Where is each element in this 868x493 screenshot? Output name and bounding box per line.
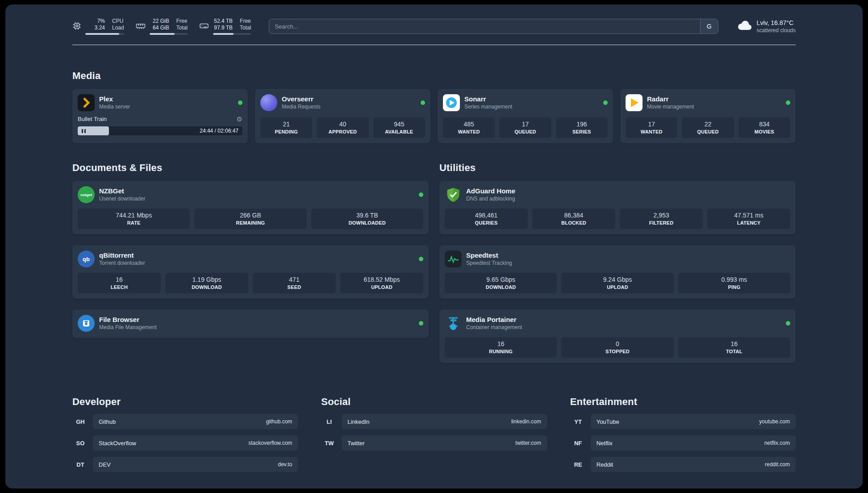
stat-tile: 196 SERIES <box>556 117 608 138</box>
playback-progress-bar[interactable]: 24:44 / 02:06:47 <box>78 126 242 135</box>
stat-tile: 744.21 Mbps RATE <box>78 209 190 229</box>
adguard-icon <box>445 186 462 203</box>
bookmark-name: LinkedIn <box>347 418 369 425</box>
playback-time: 24:44 / 02:06:47 <box>200 128 238 134</box>
app-card-portainer[interactable]: Media Portainer Container management 16 … <box>439 309 796 363</box>
ram-label-bottom: Total <box>176 25 188 31</box>
app-card-plex[interactable]: Plex Media server Bullet Train ⚙ 24:44 <box>72 89 248 143</box>
bookmark-url: twitter.com <box>515 440 541 446</box>
stat-label: LATENCY <box>709 220 789 226</box>
bookmark-abbr: SO <box>72 440 88 447</box>
search-engine-button[interactable]: G <box>700 19 718 33</box>
stat-label: RATE <box>79 220 188 226</box>
playback-progress-fill <box>78 126 109 135</box>
status-dot <box>419 321 423 326</box>
stat-label: AVAILABLE <box>375 129 423 134</box>
bookmark-youtube[interactable]: YT YouTube youtube.com <box>570 414 796 429</box>
stat-value: 17 <box>501 121 549 128</box>
pause-icon[interactable] <box>82 129 86 133</box>
stat-label: MOVIES <box>740 129 789 134</box>
disk-widget: 52.4 TB Free 97.9 TB Total <box>199 18 251 35</box>
stat-value: 9.24 Gbps <box>563 276 672 283</box>
status-dot <box>419 192 423 197</box>
bookmark-dev[interactable]: DT DEV dev.to <box>72 457 298 472</box>
app-name: Sonarr <box>464 96 512 103</box>
app-card-qbittorrent[interactable]: qb qBittorrent Torrent downloader 16 LEE… <box>72 245 429 299</box>
gear-icon[interactable]: ⚙ <box>237 116 242 122</box>
stat-value: 266 GB <box>196 212 305 219</box>
bookmark-stackoverflow[interactable]: SO StackOverflow stackoverflow.com <box>72 435 298 451</box>
stat-value: 17 <box>627 121 676 128</box>
status-dot <box>419 257 423 261</box>
cpu-load: 3.24 <box>85 25 105 31</box>
app-subtitle: Speedtest Tracking <box>466 260 512 266</box>
app-card-adguard[interactable]: AdGuard Home DNS and adblocking 498,461 … <box>439 181 796 234</box>
bookmark-linkedin[interactable]: LI LinkedIn linkedin.com <box>321 414 547 429</box>
stat-label: FILTERED <box>622 220 701 226</box>
section-title-documents: Documents & Files <box>72 162 429 174</box>
section-title-utilities: Utilities <box>439 162 796 174</box>
topbar: 7% CPU 3.24 Load 22 <box>72 16 796 37</box>
bookmark-name: Twitter <box>347 440 364 447</box>
weather-widget[interactable]: Lviv, 16.87°C scattered clouds <box>736 19 796 33</box>
topbar-divider <box>72 45 796 45</box>
stat-tile: 16 TOTAL <box>678 337 790 358</box>
stat-value: 945 <box>375 121 423 128</box>
stat-label: APPROVED <box>318 129 367 134</box>
app-name: Overseerr <box>282 96 321 103</box>
stat-tile: 16 RUNNING <box>445 337 557 358</box>
bookmark-github[interactable]: GH Github github.com <box>72 414 298 429</box>
app-name: AdGuard Home <box>466 188 515 195</box>
bookmark-url: reddit.com <box>765 461 790 468</box>
app-card-radarr[interactable]: Radarr Movie management 17 WANTED 22 QUE… <box>620 89 796 143</box>
stat-label: QUEUED <box>684 129 732 134</box>
cpu-label-top: CPU <box>112 18 124 24</box>
cpu-icon <box>72 21 81 32</box>
stat-tile: 16 LEECH <box>78 273 161 293</box>
bookmark-netflix[interactable]: NF Netflix netflix.com <box>570 435 796 451</box>
now-playing-title: Bullet Train <box>78 116 107 122</box>
stat-tile: 0 STOPPED <box>561 337 673 358</box>
stat-label: DOWNLOAD <box>447 284 555 290</box>
stat-value: 21 <box>262 121 310 128</box>
portainer-icon <box>445 315 462 332</box>
stat-value: 0.993 ms <box>680 276 789 283</box>
dashboard-panel: 7% CPU 3.24 Load 22 <box>5 4 863 489</box>
stat-value: 16 <box>447 340 555 347</box>
disk-label-top: Free <box>240 18 251 24</box>
app-subtitle: DNS and adblocking <box>466 196 515 202</box>
app-card-filebrowser[interactable]: File Browser Media File Management <box>72 309 429 338</box>
search-input[interactable] <box>269 19 700 33</box>
stat-label: PENDING <box>262 129 310 134</box>
app-subtitle: Container management <box>466 325 522 330</box>
status-dot <box>421 100 425 105</box>
app-name: NZBGet <box>99 188 145 195</box>
stat-value: 9.65 Gbps <box>447 276 555 283</box>
radarr-icon <box>626 94 643 111</box>
app-card-speedtest[interactable]: Speedtest Speedtest Tracking 9.65 Gbps D… <box>439 245 796 299</box>
stat-value: 39.6 TB <box>313 212 421 219</box>
section-title-social: Social <box>321 396 547 408</box>
bookmark-url: linkedin.com <box>511 418 541 425</box>
bookmark-twitter[interactable]: TW Twitter twitter.com <box>321 435 547 451</box>
app-subtitle: Series management <box>464 104 512 110</box>
app-card-overseerr[interactable]: Overseerr Media Requests 21 PENDING 40 A… <box>255 89 430 143</box>
stat-tile: 40 APPROVED <box>317 117 368 138</box>
ram-total: 64 GiB <box>150 25 169 31</box>
stat-label: QUEUED <box>501 129 549 134</box>
app-card-nzbget[interactable]: nzbget NZBGet Usenet downloader 744.21 M… <box>72 181 429 234</box>
app-subtitle: Torrent downloader <box>99 260 145 266</box>
stat-tile: 9.24 Gbps UPLOAD <box>561 273 673 293</box>
bookmark-url: stackoverflow.com <box>248 440 292 446</box>
stat-tile: 498,461 QUERIES <box>445 209 528 229</box>
stat-tile: 485 WANTED <box>443 117 495 138</box>
stat-value: 1.19 Gbps <box>167 276 246 283</box>
app-subtitle: Media File Management <box>99 325 157 330</box>
section-social: Social LI LinkedIn linkedin.com TW Twitt… <box>321 396 547 472</box>
bookmark-abbr: GH <box>72 418 88 425</box>
cpu-usage-bar <box>85 33 124 35</box>
app-card-sonarr[interactable]: Sonarr Series management 485 WANTED 17 Q… <box>438 89 613 143</box>
section-developer: Developer GH Github github.com SO StackO… <box>72 396 298 472</box>
bookmark-reddit[interactable]: RE Reddit reddit.com <box>570 457 796 472</box>
stat-value: 0 <box>563 340 672 347</box>
